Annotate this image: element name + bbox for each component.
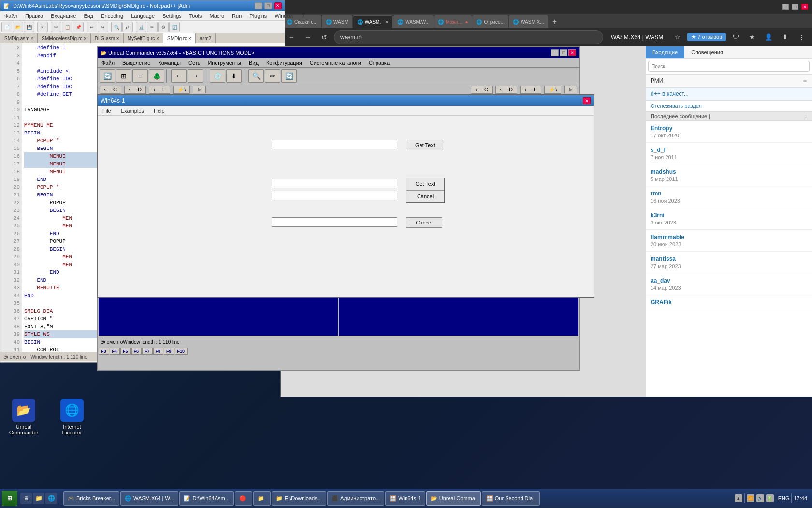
browser-tab-5[interactable]: 🌐Можн...●	[434, 15, 472, 28]
sidebar-post-4[interactable]: rmn 16 ноя 2023	[646, 186, 812, 208]
tb-redo[interactable]: ↪	[98, 22, 108, 32]
uc-menu-net[interactable]: Сеть	[185, 58, 204, 67]
menu-settings[interactable]: Settings	[159, 11, 186, 20]
tb-paste[interactable]: 📌	[73, 22, 84, 32]
browser-tab-4[interactable]: 🌐WASM.W...	[393, 15, 434, 28]
taskbar-item-notepad[interactable]: 📝 D:\Win64Asm...	[179, 491, 233, 506]
fk-f6[interactable]: F6	[131, 348, 142, 355]
tab-asm2[interactable]: asm2	[196, 33, 216, 43]
fk-f9[interactable]: F9	[164, 348, 174, 355]
sidebar-post-3[interactable]: madshus 5 мар 2011	[646, 164, 812, 186]
uc-menu-file[interactable]: Файл	[98, 58, 118, 67]
tb-sync[interactable]: 🔄	[169, 22, 180, 32]
uc-tb-grid[interactable]: ⊞	[116, 69, 131, 83]
fk-f3[interactable]: F3	[99, 348, 109, 355]
sidebar-post-8[interactable]: aa_dav 14 мар 2023	[646, 273, 812, 295]
tb-new[interactable]: 📄	[1, 22, 12, 32]
browser-menu[interactable]: ⋮	[795, 30, 808, 44]
uc-menu-tools[interactable]: Инструменты	[204, 58, 245, 67]
tab-close-active[interactable]: ✕	[385, 19, 389, 25]
menu-macro[interactable]: Tools	[186, 11, 206, 20]
menu-search[interactable]: Входящие	[47, 11, 80, 20]
menu-edit[interactable]: Правка	[21, 11, 47, 20]
browser-download[interactable]: ⬇	[778, 30, 792, 44]
sidebar-cpp-link[interactable]: d++ в качест...	[651, 90, 689, 97]
taskbar-icon-2[interactable]: 📁	[33, 493, 44, 504]
tb-undo[interactable]: ↩	[87, 22, 97, 32]
nav-refresh[interactable]: ↺	[318, 30, 331, 44]
uc-path-fx-left[interactable]: fx	[193, 86, 206, 93]
browser-tab-6[interactable]: 🌐Отрисо...	[472, 15, 508, 28]
dialog-btn-cancel-2[interactable]: Cancel	[406, 217, 442, 228]
nav-forward[interactable]: →	[301, 30, 315, 44]
tb-mark[interactable]: ✏	[147, 22, 158, 32]
taskbar-item-bricks[interactable]: 🎮 Bricks Breaker...	[63, 491, 119, 506]
browser-shield[interactable]: 🛡	[729, 30, 742, 44]
nav-back[interactable]: ←	[285, 30, 298, 44]
uc-tb-sync2[interactable]: 🔄	[281, 69, 297, 83]
uc-tb-drive[interactable]: 💿	[210, 69, 225, 83]
taskbar-item-admin[interactable]: ⬛ Администрато...	[327, 491, 384, 506]
browser-bookmark[interactable]: ☆	[671, 30, 684, 44]
desktop-icon-unreal[interactable]: 📂 Unreal Commander	[5, 397, 43, 437]
tb-find[interactable]: 🔍	[111, 22, 122, 32]
taskbar-item-second-dia[interactable]: 🪟 Our Second Dia_	[482, 491, 540, 506]
uc-path-e-left[interactable]: ⟵ E	[149, 86, 170, 94]
menu-help[interactable]: Window	[271, 11, 297, 20]
dialog-input-3[interactable]	[272, 191, 397, 200]
tab-smdlg-rc[interactable]: SMDlg.rc ×	[163, 33, 196, 43]
taskbar-item-wasm-browser[interactable]: 🌐 WASM.X64 | W...	[120, 491, 178, 506]
tb-zoom-in[interactable]: 🔬	[136, 22, 146, 32]
win64s-menu-examples[interactable]: Examples	[116, 106, 149, 115]
notepadpp-minimize[interactable]: ─	[255, 2, 262, 9]
uc-path-fx-right[interactable]: fx	[564, 86, 577, 93]
sidebar-post-2[interactable]: s_d_f 7 ноя 2011	[646, 143, 812, 164]
reviews-badge[interactable]: ★ 7 отзывов	[687, 33, 726, 41]
tb-save[interactable]: 💾	[24, 22, 34, 32]
browser-win-close[interactable]: ✕	[801, 4, 808, 10]
taskbar-item-red[interactable]: 🔴	[235, 491, 252, 506]
menu-view[interactable]: Вид	[80, 11, 97, 20]
tb-close[interactable]: ✕	[37, 22, 48, 32]
browser-tab-2[interactable]: 🌐WASM	[322, 15, 352, 28]
browser-star[interactable]: ★	[745, 30, 759, 44]
fk-f8[interactable]: F8	[153, 348, 164, 355]
uc-path-c-right[interactable]: ⟵ C	[471, 86, 493, 94]
fk-f7[interactable]: F7	[142, 348, 153, 355]
uc-tb-back[interactable]: ←	[171, 69, 187, 83]
tab-dlg-asm[interactable]: DLG.asm ×	[91, 33, 124, 43]
browser-user[interactable]: 👤	[762, 30, 775, 44]
notepadpp-close[interactable]: ✕	[274, 2, 282, 9]
uc-tb-download[interactable]: ⬇	[226, 69, 242, 83]
fk-f10[interactable]: F10	[175, 348, 188, 355]
tab-smmodeless[interactable]: SMModelessDlg.rc ×	[38, 33, 91, 43]
dialog-btn-get-text-2[interactable]: Get Text	[406, 178, 444, 191]
uc-close[interactable]: ✕	[568, 49, 576, 56]
browser-win-min[interactable]: ─	[782, 4, 789, 10]
uc-tb-search[interactable]: 🔍	[248, 69, 264, 83]
uc-minimize[interactable]: ─	[551, 49, 559, 56]
menu-question[interactable]: ?	[298, 11, 308, 20]
taskbar-item-folder1[interactable]: 📁	[253, 491, 271, 506]
uc-menu-select[interactable]: Выделение	[118, 58, 154, 67]
uc-tb-list[interactable]: ≡	[132, 69, 148, 83]
tb-replace[interactable]: ⇄	[122, 22, 133, 32]
uc-tb-tree[interactable]: 🌲	[149, 69, 164, 83]
tab-myselfdlg[interactable]: MySelfDlg.rc ×	[124, 33, 163, 43]
taskbar-icon-1[interactable]: 🖥	[20, 493, 32, 504]
uc-path-d-left[interactable]: ⟵ D	[124, 86, 146, 94]
sidebar-tab-incoming[interactable]: Входящие	[646, 46, 684, 58]
uc-tb-mark[interactable]: ✏	[265, 69, 280, 83]
tb-open[interactable]: 📂	[13, 22, 23, 32]
uc-menu-commands[interactable]: Команды	[154, 58, 185, 67]
dialog-input-4[interactable]	[272, 217, 397, 227]
browser-win-max[interactable]: □	[792, 4, 798, 10]
browser-tab-add[interactable]: +	[549, 15, 561, 28]
browser-tab-7[interactable]: 🌐WASM.X...	[509, 15, 548, 28]
tb-cut[interactable]: ✂	[51, 22, 61, 32]
menu-lang[interactable]: Language	[127, 11, 159, 20]
uc-menu-help[interactable]: Справка	[365, 58, 393, 67]
win64s-menu-file[interactable]: File	[98, 106, 116, 115]
sidebar-post-7[interactable]: mantissa 27 мар 2023	[646, 252, 812, 273]
taskbar-item-win64s[interactable]: 🪟 Win64s-1	[385, 491, 425, 506]
